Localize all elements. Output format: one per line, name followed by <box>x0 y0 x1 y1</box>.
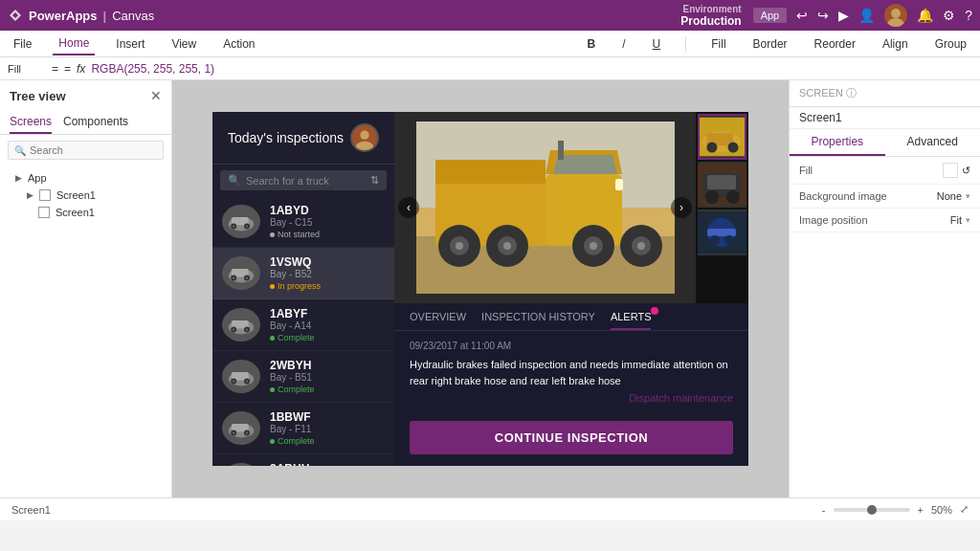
truck-item-4[interactable]: 1BBWF Bay - F11 Complete <box>212 403 394 454</box>
truck-item-3[interactable]: 2WBYH Bay - B51 Complete <box>212 351 394 403</box>
thumbnail-2[interactable] <box>698 162 746 208</box>
bottom-screen-label: Screen1 <box>11 504 51 516</box>
thumbnail-3[interactable] <box>698 209 746 255</box>
prop-value-img-position[interactable]: Fit ▾ <box>950 214 970 226</box>
help-icon[interactable]: ? <box>965 8 972 23</box>
zoom-minus[interactable]: - <box>822 504 826 516</box>
border-btn[interactable]: Border <box>747 35 793 53</box>
gallery-nav-right[interactable]: › <box>671 197 692 218</box>
app-button[interactable]: App <box>753 8 788 23</box>
alert-badge <box>651 307 658 315</box>
bold-btn[interactable]: B <box>582 35 602 53</box>
zoom-plus[interactable]: + <box>918 504 924 516</box>
group-btn[interactable]: Group <box>929 35 972 53</box>
play-icon[interactable]: ▶ <box>838 8 849 23</box>
redo-icon[interactable]: ↪ <box>817 8 829 23</box>
search-input[interactable] <box>30 144 125 156</box>
screen-checkbox-2[interactable] <box>38 207 50 218</box>
reorder-btn[interactable]: Reorder <box>809 35 861 53</box>
truck-search-bar[interactable]: 🔍 Search for a truck ⇅ <box>220 170 387 190</box>
bell-icon[interactable]: 🔔 <box>917 8 933 23</box>
sort-icon[interactable]: ⇅ <box>370 174 379 187</box>
prop-value-bg-image[interactable]: None ▾ <box>937 190 970 202</box>
status-dot-3 <box>270 387 275 392</box>
status-label-2: Complete <box>278 333 315 342</box>
menu-file[interactable]: File <box>8 33 37 55</box>
top-bar: PowerApps | Canvas Environment Productio… <box>0 0 980 31</box>
truck-icon-3 <box>227 364 256 388</box>
sidebar-item-screen1-1[interactable]: ▶ Screen1 <box>21 187 162 204</box>
properties-panel: SCREEN ⓘ Screen1 Properties Advanced Fil… <box>789 80 980 497</box>
tab-inspection-history[interactable]: INSPECTION HISTORY <box>481 311 595 330</box>
truck-item-2[interactable]: 1ABYF Bay - A14 Complete <box>212 299 394 351</box>
svg-point-4 <box>356 142 374 151</box>
svg-rect-62 <box>615 179 623 190</box>
thumb-img-1 <box>700 116 745 158</box>
truck-item-1[interactable]: 1VSWQ Bay - B52 In progress <box>212 248 394 299</box>
alert-content: 09/23/2017 at 11:00 AM Hydraulic brakes … <box>394 331 748 413</box>
underline-btn[interactable]: U <box>647 35 667 53</box>
top-bar-right: Environment Production App ↩ ↪ ▶ 👤 🔔 ⚙ ? <box>680 4 972 28</box>
continue-inspection-button[interactable]: CONTINUE INSPECTION <box>410 421 733 454</box>
svg-point-77 <box>724 235 734 245</box>
avatar[interactable] <box>884 4 907 27</box>
fill-swatch[interactable] <box>943 163 958 178</box>
thumb-img-3 <box>698 211 746 253</box>
alert-text: Hydraulic brakes failed inspection and n… <box>410 357 733 388</box>
prop-tab-advanced[interactable]: Advanced <box>885 129 981 156</box>
tab-components[interactable]: Components <box>63 111 128 134</box>
tab-overview[interactable]: OVERVIEW <box>410 311 466 330</box>
italic-btn[interactable]: / <box>616 35 631 53</box>
gallery-nav-left[interactable]: ‹ <box>398 197 419 218</box>
img-position-value: Fit <box>950 214 962 226</box>
menu-view[interactable]: View <box>166 33 202 55</box>
gear-icon[interactable]: ⚙ <box>943 8 955 23</box>
person-icon[interactable]: 👤 <box>858 8 875 23</box>
main-layout: Tree view ✕ Screens Components 🔍 ▶ App ▶… <box>0 80 980 497</box>
truck-bay-1: Bay - B52 <box>270 269 385 279</box>
zoom-handle[interactable] <box>867 505 877 515</box>
truck-thumb-5 <box>222 463 260 466</box>
formula-value[interactable]: RGBA(255, 255, 255, 1) <box>91 62 214 76</box>
truck-item-5[interactable]: 3ABHH Bay - B09 Complete <box>212 454 394 466</box>
info-icon[interactable]: ⓘ <box>846 87 857 99</box>
truck-search-placeholder: Search for a truck <box>246 175 329 187</box>
svg-point-67 <box>727 143 738 153</box>
app-canvas: Today's inspections 🔍 Search for a truck… <box>212 112 748 466</box>
sidebar-app-item[interactable]: ▶ App <box>10 169 162 187</box>
svg-point-26 <box>233 380 234 382</box>
canvas-area: Today's inspections 🔍 Search for a truck… <box>172 80 789 497</box>
brand-name: PowerApps <box>29 9 98 23</box>
avatar-img <box>352 124 377 151</box>
menu-home[interactable]: Home <box>53 33 95 55</box>
truck-info-5: 3ABHH Bay - B09 Complete <box>270 462 385 466</box>
tab-screens[interactable]: Screens <box>10 111 52 134</box>
expand-icon: ▶ <box>15 173 22 183</box>
prop-value-fill[interactable]: ↺ <box>943 163 970 178</box>
panel-title: Today's inspections <box>228 130 344 145</box>
truck-thumb-4 <box>222 411 260 445</box>
sidebar-tabs: Screens Components <box>0 111 171 135</box>
bg-image-value: None <box>937 190 962 202</box>
fill-reset-icon[interactable]: ↺ <box>962 165 970 177</box>
prop-tab-properties[interactable]: Properties <box>790 129 885 156</box>
truck-thumb-1 <box>222 256 260 290</box>
truck-item-0[interactable]: 1ABYD Bay - C15 Not started <box>212 196 394 248</box>
thumbnail-1[interactable] <box>698 114 746 160</box>
sidebar-close[interactable]: ✕ <box>150 88 162 103</box>
zoom-slider[interactable] <box>834 508 910 512</box>
screen-checkbox-1[interactable] <box>39 189 51 201</box>
tab-alerts[interactable]: ALERTS <box>611 311 652 330</box>
undo-icon[interactable]: ↩ <box>796 8 808 23</box>
menu-action[interactable]: Action <box>217 33 260 55</box>
sidebar-search: 🔍 <box>0 135 171 165</box>
fill-btn[interactable]: Fill <box>705 35 731 53</box>
menu-insert[interactable]: Insert <box>110 33 150 55</box>
expand-icon[interactable]: ⤢ <box>960 503 969 516</box>
truck-id-1: 1VSWQ <box>270 255 385 269</box>
truck-info-4: 1BBWF Bay - F11 Complete <box>270 410 385 446</box>
user-avatar[interactable] <box>350 123 379 152</box>
dispatch-link[interactable]: Dispatch maintenance <box>410 392 733 404</box>
align-btn[interactable]: Align <box>877 35 914 53</box>
sidebar-item-screen1-2[interactable]: Screen1 <box>33 204 162 221</box>
